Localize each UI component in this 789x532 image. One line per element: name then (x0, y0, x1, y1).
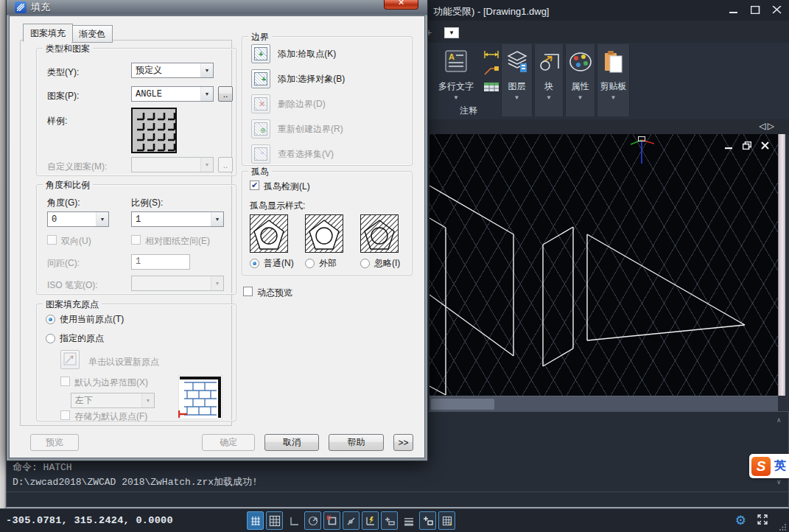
tab-pattern-fill[interactable]: 图案填充 (23, 24, 73, 42)
scrollbar-thumb[interactable] (431, 399, 494, 410)
vertical-scrollbar[interactable] (778, 134, 785, 396)
panel-clipboard[interactable]: 剪贴板 ▼ (597, 44, 630, 116)
add-pick-points-button[interactable]: + (251, 44, 270, 63)
sample-swatch[interactable] (131, 108, 177, 155)
grid-toggle[interactable] (266, 511, 283, 530)
dialog-title: 填充 (31, 1, 50, 14)
panel-layer-caret-icon: ▼ (514, 94, 520, 101)
sample-label: 样例: (47, 115, 67, 127)
window-minimize-button[interactable] (729, 6, 739, 14)
type-label: 类型(Y): (47, 66, 79, 79)
add-pick-points-label: 添加:拾取点(K) (278, 48, 336, 60)
dialog-close-button[interactable]: ✕ (384, 0, 418, 10)
otrack-toggle[interactable] (343, 511, 360, 530)
drawing-viewport[interactable] (429, 134, 778, 396)
docked-palette-edge (0, 0, 6, 508)
dynamic-input-toggle[interactable] (381, 511, 398, 530)
command-input[interactable] (7, 492, 788, 508)
pattern-combobox[interactable]: ANGLE▼ (131, 86, 214, 102)
panel-layer[interactable]: 图层 ▼ (501, 44, 533, 116)
pattern-browse-button[interactable]: .. (218, 86, 233, 102)
panel-block-caret-icon: ▼ (546, 94, 552, 101)
radio-icon (305, 259, 315, 268)
quick-access-dropdown-icon[interactable]: ▼ (444, 27, 459, 38)
ime-lang-label: 英 (774, 458, 786, 474)
fullscreen-icon[interactable] (757, 514, 768, 528)
quick-properties-toggle[interactable] (419, 511, 436, 530)
panel-properties[interactable]: 属性 ▼ (565, 44, 595, 116)
panel-layer-label: 图层 (508, 80, 526, 93)
spacing-input: 1 (131, 254, 190, 270)
island-ignore-radio[interactable]: 忽略(I) (360, 257, 400, 270)
command-collapse-icon[interactable]: ∧ (777, 416, 781, 424)
window-maximize-button[interactable] (751, 6, 760, 14)
type-combobox[interactable]: 预定义▼ (131, 63, 214, 78)
recreate-boundary-icon: ⊕ (254, 122, 267, 136)
corner-combobox: 左下▼ (71, 393, 155, 408)
expand-button[interactable]: >> (393, 434, 413, 451)
pick-origin-icon (63, 352, 77, 368)
panel-block[interactable]: 块 ▼ (534, 44, 564, 116)
viewport-minimize-icon[interactable] (725, 141, 733, 152)
checkbox-icon (47, 235, 57, 245)
horizontal-scrollbar[interactable] (429, 396, 778, 411)
island-swatch-outer[interactable] (305, 214, 343, 253)
properties-icon (568, 50, 593, 76)
settings-gear-icon[interactable]: ⚙ (735, 513, 746, 528)
viewport-close-icon[interactable] (761, 141, 769, 152)
viewport-restore-icon[interactable] (743, 141, 751, 152)
leader-icon (483, 66, 499, 78)
radio-icon (46, 315, 55, 324)
ime-badge[interactable]: S 英 (749, 454, 789, 478)
resize-grip[interactable] (779, 522, 787, 530)
dialog-hatch-icon (15, 1, 27, 13)
view-selection-button: ▫ (251, 144, 270, 164)
specified-origin-radio[interactable]: 指定的原点 (46, 332, 104, 345)
ortho-toggle[interactable] (285, 511, 302, 530)
dynamic-ucs-toggle[interactable] (362, 511, 379, 530)
snap-toggle[interactable] (247, 511, 264, 530)
statusbar: -305.0781, 315.2424, 0.0000 ⚙ (0, 508, 789, 532)
island-outer-radio[interactable]: 外部 (305, 257, 337, 270)
chevron-down-icon: ▼ (200, 87, 213, 101)
command-history-line-2: D:\zwcad2018\ZWCAD 2018\ZwHatch.zrx加载成功! (13, 475, 258, 489)
scroll-left-icon[interactable]: ◁ (760, 121, 768, 131)
annotation-scale-toggle[interactable] (438, 511, 455, 530)
island-normal-radio[interactable]: 普通(N) (250, 257, 294, 270)
remove-boundary-button: ✕ (251, 94, 270, 113)
double-checkbox: 双向(U) (47, 235, 91, 248)
chevron-down-icon: ▼ (211, 276, 223, 290)
island-swatch-ignore[interactable] (360, 214, 399, 253)
use-current-origin-radio[interactable]: 使用当前原点(T) (46, 313, 124, 326)
block-icon (537, 50, 561, 76)
dynamic-preview-checkbox[interactable]: 动态预览 (243, 287, 292, 299)
lineweight-toggle[interactable] (400, 511, 417, 530)
radio-icon (360, 259, 370, 268)
panel-clipboard-caret-icon: ▼ (611, 94, 617, 101)
cancel-button[interactable]: 取消 (264, 434, 319, 451)
scale-combobox[interactable]: 1▼ (131, 211, 224, 227)
add-select-objects-button[interactable]: + (251, 69, 270, 88)
dialog-titlebar[interactable]: 填充 (15, 1, 50, 14)
panel-properties-caret-icon: ▼ (578, 94, 583, 101)
scroll-right-icon[interactable]: ▷ (768, 121, 776, 131)
osnap-toggle[interactable] (323, 511, 340, 530)
chevron-down-icon: ▼ (96, 212, 108, 226)
add-select-objects-label: 添加:选择对象(B) (278, 73, 345, 85)
ok-button: 确定 (202, 434, 255, 451)
angle-combobox[interactable]: 0▼ (47, 211, 109, 227)
chevron-down-icon: ▼ (141, 393, 154, 407)
island-detection-checkbox[interactable]: ✔孤岛检测(L) (250, 181, 310, 193)
group-hatch-origin: 图案填充原点 使用当前原点(T) 指定的原点 单击以设置新原点 默认为边界范围(… (36, 304, 236, 421)
help-button[interactable]: 帮助 (329, 434, 384, 451)
window-close-button[interactable] (772, 6, 782, 14)
island-swatch-normal[interactable] (250, 214, 288, 253)
preview-button: 预览 (30, 434, 79, 451)
command-expand-icon[interactable]: ∨ (777, 478, 781, 486)
tab-gradient[interactable]: 渐变色 (71, 25, 113, 43)
store-default-origin-checkbox: 存储为默认原点(F) (60, 410, 147, 423)
chevron-down-icon: ▼ (211, 212, 223, 226)
polar-toggle[interactable] (304, 511, 321, 530)
layer-icon (505, 50, 529, 76)
pattern-label: 图案(P): (47, 90, 79, 102)
